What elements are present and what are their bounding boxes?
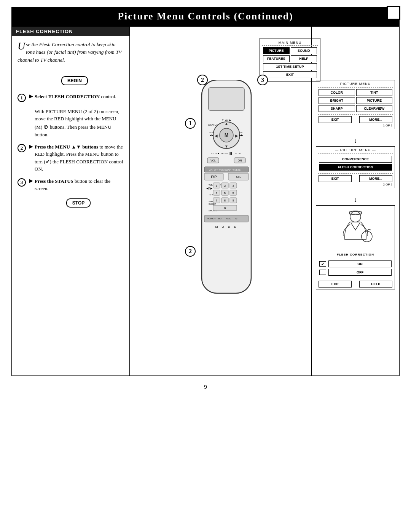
svg-text:SLEEP: SLEEP [209, 203, 216, 205]
pm1-page: 1 OF 2 [318, 123, 393, 127]
left-panel: FLESH CORRECTION U se the Flesh Correcti… [12, 27, 130, 375]
fc-exit-btn[interactable]: EXIT [319, 281, 352, 288]
badge-3: 3 [257, 75, 268, 85]
page-title: Picture Menu Controls (Continued) [19, 11, 392, 22]
svg-text:M: M [225, 133, 228, 138]
fc-on-btn[interactable]: ON [328, 260, 392, 267]
svg-text:TV: TV [234, 217, 237, 220]
fc-empty-box [319, 270, 326, 275]
svg-text:0: 0 [224, 206, 226, 210]
svg-text:M O D E: M O D E [215, 225, 238, 228]
svg-text:▶: ▶ [235, 134, 238, 138]
svg-text:FF: FF [240, 131, 243, 134]
mm-sound-btn[interactable]: SOUND [291, 47, 317, 54]
mm-help-btn[interactable]: HELP [291, 55, 317, 62]
step-1: 1 ▶ Select FLESH CORRECTION control. Wit… [12, 93, 129, 139]
svg-text:◀: ◀ [215, 134, 218, 138]
svg-text:STOP ■: STOP ■ [211, 152, 219, 155]
picture-menu-2: — PICTURE MENU — CONVERGENCE FLESH CORRE… [316, 146, 395, 188]
pm2-flesh-btn[interactable]: FLESH CORRECTION [319, 164, 392, 171]
step-2: 2 ▶ Press the MENU ▲▼ buttons to move th… [12, 143, 129, 173]
fc-check: ✔ [319, 261, 326, 267]
step-3: 3 ▶ Press the STATUS button to clear the… [12, 177, 129, 192]
step-3-num: 3 [18, 178, 26, 187]
step-1-arrow: ▶ [29, 93, 33, 99]
step-2-bold: Press the MENU ▲▼ buttons [35, 144, 98, 150]
mm-picture-btn[interactable]: PICTURE [263, 47, 290, 54]
step-2-num: 2 [18, 144, 26, 152]
svg-text:7: 7 [216, 199, 218, 202]
svg-point-63 [362, 231, 372, 242]
main-content: FLESH CORRECTION U se the Flesh Correcti… [11, 26, 400, 376]
step-3-arrow: ▶ [29, 177, 33, 184]
svg-text:REW: REW [209, 131, 214, 134]
pm1-picture-btn[interactable]: PICTURE [356, 97, 393, 104]
main-menu-title: MAIN MENU [262, 41, 318, 45]
svg-text:9: 9 [233, 199, 234, 202]
flesh-correction-header: FLESH CORRECTION [12, 27, 129, 36]
svg-text:VCR: VCR [218, 217, 223, 220]
svg-text:PIP: PIP [211, 175, 217, 179]
mm-exit-btn[interactable]: EXIT [263, 71, 317, 78]
arrow-down-2: ↓ [316, 196, 395, 204]
svg-point-60 [350, 211, 361, 222]
pm1-sharp-btn[interactable]: SHARP [319, 105, 355, 112]
svg-text:6: 6 [233, 191, 234, 195]
pm1-clearview-btn[interactable]: CLEARVIEW [356, 105, 393, 112]
pm2-convergence-btn[interactable]: CONVERGENCE [319, 156, 392, 163]
step-1-bold: Select FLESH CORRECTION [35, 94, 100, 99]
svg-text:ON: ON [238, 159, 242, 162]
badge-1: 1 [185, 118, 196, 129]
svg-text:AN. OFF  POS  SWAP  FREEZE: AN. OFF POS SWAP FREEZE [209, 169, 241, 171]
step-1-detail: With PICTURE MENU (2 of 2) on screen, mo… [35, 109, 119, 138]
pm1-color-btn[interactable]: COLOR [319, 89, 355, 96]
flesh-correction-menu: — FLESH CORRECTION — ✔ ON OFF EXIT HELP [316, 205, 395, 289]
picture-menu-1-title: — PICTURE MENU — [318, 82, 393, 86]
intro-text: se the Flesh Correction control to keep … [18, 42, 122, 63]
begin-button[interactable]: BEGIN [61, 76, 88, 85]
mm-1sttime-btn[interactable]: 1ST TIME SETUP [263, 63, 317, 70]
pm2-exit-btn[interactable]: EXIT [319, 175, 352, 182]
step-2-arrow: ▶ [29, 143, 33, 150]
svg-text:◀⊡▶: ◀⊡▶ [206, 187, 213, 190]
fc-off-btn[interactable]: OFF [328, 269, 392, 276]
svg-text:3: 3 [233, 184, 234, 187]
intro-block: U se the Flesh Correction control to kee… [18, 41, 124, 64]
svg-text:1: 1 [216, 184, 218, 187]
svg-text:▼: ▼ [225, 144, 228, 149]
stop-button[interactable]: STOP [66, 198, 91, 208]
mm-features-btn[interactable]: FEATURES [263, 55, 290, 62]
picture-menu-2-title: — PICTURE MENU — [318, 148, 393, 152]
page-header: Picture Menu Controls (Continued) [11, 7, 400, 26]
pm1-exit-btn[interactable]: EXIT [319, 116, 352, 123]
svg-text:▲: ▲ [225, 121, 228, 126]
svg-text:5: 5 [224, 191, 226, 195]
pm1-more-btn[interactable]: MORE... [359, 116, 392, 123]
header-corner-box [387, 6, 400, 20]
svg-text:POWER: POWER [207, 217, 216, 220]
fc-screen-title: — FLESH CORRECTION — [318, 253, 393, 256]
page-number: 9 [0, 376, 411, 394]
right-panel: — PICTURE MENU — COLOR TINT BRIGHT PICTU… [311, 27, 399, 375]
badge-2-top: 2 [197, 75, 208, 85]
svg-text:4: 4 [216, 191, 218, 195]
fc-help-btn[interactable]: HELP [359, 281, 392, 288]
arrow-down-1: ↓ [316, 137, 395, 145]
pm2-more-btn[interactable]: MORE... [359, 175, 392, 182]
center-panel: MAIN MENU PICTURE SOUND FEATURES HELP 1S… [130, 27, 311, 375]
main-menu-container: MAIN MENU PICTURE SOUND FEATURES HELP 1S… [260, 38, 320, 84]
remote-svg: PLAY ▶ STATUS M ▲ ▼ ◀ ▶ REW FF ◀◀ ▶▶ PAU… [190, 80, 263, 301]
pm2-page: 2 OF 2 [318, 182, 393, 186]
step-3-bold: Press the STATUS [35, 178, 73, 184]
step-1-rest: control. [101, 94, 116, 99]
svg-text:2: 2 [224, 184, 226, 187]
svg-rect-1 [209, 88, 244, 110]
svg-text:◀◀: ◀◀ [210, 134, 213, 136]
remote-control: 2 3 1 2 PLAY ▶ STATUS M ▲ ▼ ◀ ▶ [190, 80, 263, 302]
svg-text:PAUSE ▐▐: PAUSE ▐▐ [221, 152, 233, 155]
pm1-tint-btn[interactable]: TINT [356, 89, 393, 96]
badge-2-bottom: 2 [185, 246, 196, 257]
step-1-num: 1 [18, 94, 26, 102]
pm1-bright-btn[interactable]: BRIGHT [319, 97, 355, 104]
picture-menu-1: — PICTURE MENU — COLOR TINT BRIGHT PICTU… [316, 80, 395, 129]
